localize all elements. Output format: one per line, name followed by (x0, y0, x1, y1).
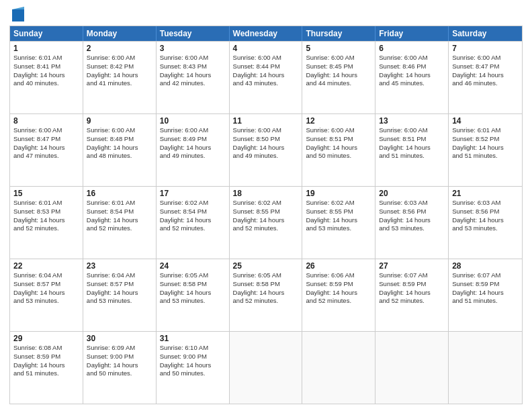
daylight-line: Daylight: 14 hours (306, 144, 371, 152)
svg-marker-0 (12, 9, 24, 21)
sunrise-line: Sunrise: 6:01 AM (13, 199, 79, 208)
calendar-cell: 15 Sunrise: 6:01 AM Sunset: 8:53 PM Dayl… (10, 187, 83, 259)
weekday-header: Thursday (302, 26, 375, 41)
day-number: 31 (160, 334, 226, 343)
sunrise-line: Sunrise: 6:03 AM (379, 199, 445, 208)
sunset-line: Sunset: 8:58 PM (160, 280, 226, 289)
page: SundayMondayTuesdayWednesdayThursdayFrid… (0, 0, 532, 411)
daylight-line: Daylight: 14 hours (160, 216, 226, 225)
calendar-cell: 22 Sunrise: 6:04 AM Sunset: 8:57 PM Dayl… (10, 259, 83, 331)
calendar-cell: 5 Sunrise: 6:00 AM Sunset: 8:45 PM Dayli… (302, 42, 375, 113)
daylight-minutes: and 41 minutes. (87, 79, 152, 88)
daylight-line: Daylight: 14 hours (452, 144, 519, 152)
sunset-line: Sunset: 8:46 PM (379, 62, 445, 71)
sunrise-line: Sunrise: 6:06 AM (306, 271, 371, 280)
sunset-line: Sunset: 8:51 PM (379, 135, 445, 144)
sunrise-line: Sunrise: 6:00 AM (452, 54, 519, 62)
daylight-minutes: and 46 minutes. (452, 79, 519, 88)
sunset-line: Sunset: 8:52 PM (452, 135, 519, 144)
sunrise-line: Sunrise: 6:07 AM (379, 271, 445, 280)
sunset-line: Sunset: 8:43 PM (160, 62, 226, 71)
calendar-cell: 27 Sunrise: 6:07 AM Sunset: 8:59 PM Dayl… (375, 259, 449, 331)
daylight-line: Daylight: 14 hours (87, 144, 152, 152)
daylight-line: Daylight: 14 hours (160, 361, 226, 370)
calendar-cell: 21 Sunrise: 6:03 AM Sunset: 8:56 PM Dayl… (449, 187, 522, 259)
daylight-line: Daylight: 14 hours (160, 289, 226, 298)
sunset-line: Sunset: 8:56 PM (379, 208, 445, 216)
calendar-week: 22 Sunrise: 6:04 AM Sunset: 8:57 PM Dayl… (10, 259, 522, 331)
daylight-minutes: and 49 minutes. (160, 152, 226, 161)
calendar-cell: 24 Sunrise: 6:05 AM Sunset: 8:58 PM Dayl… (157, 259, 230, 331)
day-number: 8 (13, 116, 79, 126)
calendar-body: 1 Sunrise: 6:01 AM Sunset: 8:41 PM Dayli… (10, 41, 522, 404)
calendar-cell: 13 Sunrise: 6:00 AM Sunset: 8:51 PM Dayl… (375, 114, 449, 186)
calendar-cell-empty (302, 332, 375, 404)
sunset-line: Sunset: 8:59 PM (452, 280, 519, 289)
sunrise-line: Sunrise: 6:04 AM (87, 271, 152, 280)
daylight-minutes: and 51 minutes. (379, 152, 445, 161)
sunset-line: Sunset: 8:59 PM (306, 280, 371, 289)
daylight-minutes: and 51 minutes. (452, 297, 519, 306)
sunset-line: Sunset: 8:48 PM (87, 135, 152, 144)
sunset-line: Sunset: 8:44 PM (233, 62, 299, 71)
day-number: 18 (233, 189, 299, 198)
sunrise-line: Sunrise: 6:10 AM (160, 344, 226, 353)
day-number: 4 (233, 44, 299, 53)
calendar-cell: 18 Sunrise: 6:02 AM Sunset: 8:55 PM Dayl… (230, 187, 303, 259)
sunrise-line: Sunrise: 6:07 AM (452, 271, 519, 280)
daylight-minutes: and 52 minutes. (13, 224, 79, 233)
sunrise-line: Sunrise: 6:00 AM (233, 54, 299, 62)
weekday-header: Saturday (449, 26, 522, 41)
calendar-cell: 8 Sunrise: 6:00 AM Sunset: 8:47 PM Dayli… (10, 114, 83, 186)
day-number: 30 (87, 334, 152, 343)
sunrise-line: Sunrise: 6:00 AM (306, 126, 371, 135)
day-number: 21 (452, 189, 519, 198)
sunset-line: Sunset: 8:56 PM (452, 208, 519, 216)
daylight-line: Daylight: 14 hours (13, 289, 79, 298)
day-number: 27 (379, 261, 445, 271)
logo-icon (12, 7, 24, 21)
daylight-line: Daylight: 14 hours (452, 289, 519, 298)
calendar-cell: 11 Sunrise: 6:00 AM Sunset: 8:50 PM Dayl… (230, 114, 303, 186)
day-number: 24 (160, 261, 226, 271)
sunrise-line: Sunrise: 6:02 AM (306, 199, 371, 208)
daylight-minutes: and 45 minutes. (379, 79, 445, 88)
day-number: 25 (233, 261, 299, 271)
sunrise-line: Sunrise: 6:00 AM (87, 126, 152, 135)
day-number: 5 (306, 44, 371, 53)
calendar-week: 29 Sunrise: 6:08 AM Sunset: 8:59 PM Dayl… (10, 331, 522, 404)
sunset-line: Sunset: 8:58 PM (233, 280, 299, 289)
daylight-line: Daylight: 14 hours (87, 71, 152, 80)
daylight-line: Daylight: 14 hours (13, 361, 79, 370)
sunrise-line: Sunrise: 6:00 AM (306, 54, 371, 62)
header (9, 7, 523, 21)
daylight-minutes: and 51 minutes. (452, 152, 519, 161)
calendar-cell: 9 Sunrise: 6:00 AM Sunset: 8:48 PM Dayli… (83, 114, 157, 186)
daylight-minutes: and 53 minutes. (13, 297, 79, 306)
daylight-minutes: and 42 minutes. (160, 79, 226, 88)
weekday-header: Monday (83, 26, 157, 41)
daylight-minutes: and 44 minutes. (306, 79, 371, 88)
sunrise-line: Sunrise: 6:01 AM (452, 126, 519, 135)
sunrise-line: Sunrise: 6:00 AM (379, 54, 445, 62)
calendar-header: SundayMondayTuesdayWednesdayThursdayFrid… (10, 26, 522, 41)
daylight-line: Daylight: 14 hours (379, 144, 445, 152)
day-number: 2 (87, 44, 152, 53)
sunrise-line: Sunrise: 6:00 AM (160, 54, 226, 62)
daylight-line: Daylight: 14 hours (160, 144, 226, 152)
sunrise-line: Sunrise: 6:05 AM (160, 271, 226, 280)
sunrise-line: Sunrise: 6:00 AM (233, 126, 299, 135)
daylight-minutes: and 49 minutes. (233, 152, 299, 161)
daylight-line: Daylight: 14 hours (233, 144, 299, 152)
daylight-minutes: and 43 minutes. (233, 79, 299, 88)
calendar-cell: 2 Sunrise: 6:00 AM Sunset: 8:42 PM Dayli… (83, 42, 157, 113)
logo (9, 7, 24, 21)
sunset-line: Sunset: 8:50 PM (233, 135, 299, 144)
day-number: 12 (306, 116, 371, 126)
sunset-line: Sunset: 9:00 PM (87, 353, 152, 361)
daylight-minutes: and 52 minutes. (233, 297, 299, 306)
sunset-line: Sunset: 8:57 PM (87, 280, 152, 289)
day-number: 17 (160, 189, 226, 198)
daylight-minutes: and 50 minutes. (306, 152, 371, 161)
daylight-line: Daylight: 14 hours (452, 71, 519, 80)
